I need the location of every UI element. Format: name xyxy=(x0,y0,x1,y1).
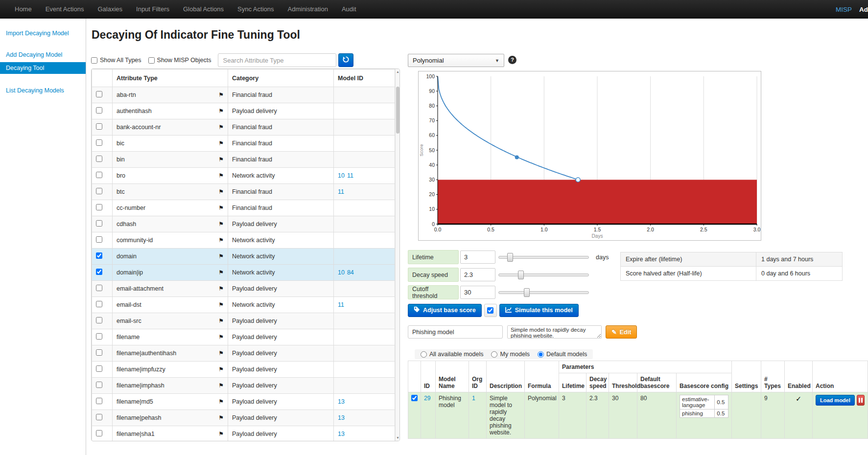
attribute-row-checkbox[interactable] xyxy=(96,156,102,162)
flag-icon[interactable]: ⚑ xyxy=(218,398,224,405)
flag-icon[interactable]: ⚑ xyxy=(218,301,224,308)
attribute-row[interactable]: ⚑btcFinancial fraud11 xyxy=(92,184,395,200)
nav-item-global-actions[interactable]: Global Actions xyxy=(176,0,231,19)
attribute-row[interactable]: ⚑bank-account-nrFinancial fraud xyxy=(92,119,395,136)
flag-icon[interactable]: ⚑ xyxy=(218,334,224,341)
flag-icon[interactable]: ⚑ xyxy=(218,269,224,276)
lifetime-input[interactable] xyxy=(460,250,495,264)
attribute-row[interactable]: ⚑email-dstNetwork activity11 xyxy=(92,297,395,313)
search-attribute-input[interactable] xyxy=(218,53,336,67)
attribute-row-checkbox[interactable] xyxy=(96,398,102,404)
attribute-row-checkbox[interactable] xyxy=(96,252,102,259)
model-id-link[interactable]: 29 xyxy=(424,395,430,402)
model-scope-radio[interactable] xyxy=(491,351,497,358)
flag-icon[interactable]: ⚑ xyxy=(218,431,224,437)
refresh-button[interactable] xyxy=(338,53,353,67)
attribute-row[interactable]: ⚑community-idNetwork activity xyxy=(92,232,395,249)
nav-item-galaxies[interactable]: Galaxies xyxy=(91,0,129,19)
attribute-row-checkbox[interactable] xyxy=(96,236,102,243)
attribute-table-scrollbar[interactable]: ▲ ▼ xyxy=(395,69,399,441)
flag-icon[interactable]: ⚑ xyxy=(218,414,224,421)
flag-icon[interactable]: ⚑ xyxy=(218,108,224,114)
show-all-types-option[interactable]: Show All Types xyxy=(91,57,141,64)
attribute-row[interactable]: ⚑email-srcPayload delivery xyxy=(92,313,395,329)
attribute-row[interactable]: ⚑authentihashPayload delivery xyxy=(92,103,395,119)
model-name-input[interactable] xyxy=(408,325,503,339)
model-scope-radio[interactable] xyxy=(538,351,544,358)
attribute-row-checkbox[interactable] xyxy=(96,107,102,114)
attribute-row-checkbox[interactable] xyxy=(96,349,102,356)
attribute-row[interactable]: ⚑domain|ipNetwork activity1084 xyxy=(92,265,395,281)
model-id-link[interactable]: 13 xyxy=(338,398,345,405)
attribute-row-checkbox[interactable] xyxy=(96,188,102,194)
attribute-row[interactable]: ⚑domainNetwork activity xyxy=(92,249,395,265)
cutoff-threshold-slider[interactable] xyxy=(498,288,589,297)
flag-icon[interactable]: ⚑ xyxy=(218,205,224,211)
attribute-row-checkbox[interactable] xyxy=(96,123,102,130)
attribute-row-checkbox[interactable] xyxy=(96,301,102,307)
nav-user-menu[interactable]: Admin xyxy=(859,6,868,13)
attribute-row-checkbox[interactable] xyxy=(96,91,102,97)
flag-icon[interactable]: ⚑ xyxy=(218,366,224,373)
model-id-link[interactable]: 13 xyxy=(338,414,345,421)
flag-icon[interactable]: ⚑ xyxy=(218,318,224,324)
scrollbar-thumb[interactable] xyxy=(396,87,399,134)
attribute-row-checkbox[interactable] xyxy=(96,414,102,420)
flag-icon[interactable]: ⚑ xyxy=(218,91,224,98)
attribute-row[interactable]: ⚑binFinancial fraud xyxy=(92,152,395,168)
attribute-row-checkbox[interactable] xyxy=(96,382,102,388)
edit-model-button[interactable]: ✎ Edit xyxy=(606,325,637,339)
model-id-link[interactable]: 11 xyxy=(338,301,344,308)
model-id-link[interactable]: 13 xyxy=(338,431,345,437)
model-description-textarea[interactable]: Simple model to rapidly decay phishing w… xyxy=(507,325,602,339)
attribute-row-checkbox[interactable] xyxy=(96,430,102,436)
nav-item-home[interactable]: Home xyxy=(8,0,39,19)
model-scope-radio[interactable] xyxy=(421,351,427,358)
cutoff-threshold-input[interactable] xyxy=(460,286,495,299)
sidebar-item-list-decaying-models[interactable]: List Decaying Models xyxy=(0,85,86,96)
flag-icon[interactable]: ⚑ xyxy=(218,188,224,195)
model-row[interactable]: 29Phishing model1Simple model to rapidly… xyxy=(408,392,868,439)
attribute-row-checkbox[interactable] xyxy=(96,139,102,146)
attribute-row-checkbox[interactable] xyxy=(96,172,102,178)
scroll-up-icon[interactable]: ▲ xyxy=(396,69,400,74)
decay-speed-slider[interactable] xyxy=(498,270,589,280)
attribute-row-checkbox[interactable] xyxy=(96,333,102,340)
attribute-row[interactable]: ⚑aba-rtnFinancial fraud xyxy=(92,87,395,103)
attribute-row-checkbox[interactable] xyxy=(96,285,102,291)
attribute-row[interactable]: ⚑filename|authentihashPayload delivery xyxy=(92,345,395,362)
attribute-row[interactable]: ⚑filename|imphashPayload delivery xyxy=(92,378,395,394)
attribute-row-checkbox[interactable] xyxy=(96,317,102,323)
flag-icon[interactable]: ⚑ xyxy=(218,140,224,147)
model-id-link[interactable]: 11 xyxy=(347,172,353,179)
scroll-down-icon[interactable]: ▼ xyxy=(396,435,400,440)
model-id-link[interactable]: 10 xyxy=(338,172,345,179)
attribute-row[interactable]: ⚑cc-numberFinancial fraud xyxy=(92,200,395,216)
attribute-row[interactable]: ⚑cdhashPayload delivery xyxy=(92,216,395,232)
model-row-checkbox[interactable] xyxy=(411,395,418,401)
attribute-row[interactable]: ⚑filename|sha1Payload delivery13 xyxy=(92,426,395,441)
attribute-row[interactable]: ⚑filename|pehashPayload delivery13 xyxy=(92,410,395,426)
flag-icon[interactable]: ⚑ xyxy=(218,382,224,389)
attribute-row[interactable]: ⚑filename|md5Payload delivery13 xyxy=(92,394,395,410)
model-scope-option[interactable]: My models xyxy=(491,351,529,358)
model-id-link[interactable]: 11 xyxy=(338,188,344,195)
nav-item-audit[interactable]: Audit xyxy=(335,0,363,19)
attribute-row-checkbox[interactable] xyxy=(96,365,102,372)
model-id-link[interactable]: 84 xyxy=(347,269,354,276)
show-misp-objects-checkbox[interactable] xyxy=(148,57,155,64)
flag-icon[interactable]: ⚑ xyxy=(218,124,224,131)
misp-brand[interactable]: MISP xyxy=(836,6,852,13)
attribute-row[interactable]: ⚑broNetwork activity1011 xyxy=(92,168,395,184)
flag-icon[interactable]: ⚑ xyxy=(218,253,224,260)
sidebar-item-import-decaying-model[interactable]: Import Decaying Model xyxy=(0,27,86,39)
attribute-row[interactable]: ⚑filenamePayload delivery xyxy=(92,329,395,345)
flag-icon[interactable]: ⚑ xyxy=(218,237,224,244)
adjust-base-score-button[interactable]: Adjust base score xyxy=(408,304,482,317)
flag-icon[interactable]: ⚑ xyxy=(218,350,224,357)
adjust-base-score-toggle[interactable] xyxy=(484,304,497,317)
load-model-button[interactable]: Load model xyxy=(816,395,855,406)
sidebar-item-decaying-tool[interactable]: Decaying Tool xyxy=(0,62,86,74)
flag-icon[interactable]: ⚑ xyxy=(218,221,224,228)
adjust-base-score-checkbox[interactable] xyxy=(487,307,493,314)
